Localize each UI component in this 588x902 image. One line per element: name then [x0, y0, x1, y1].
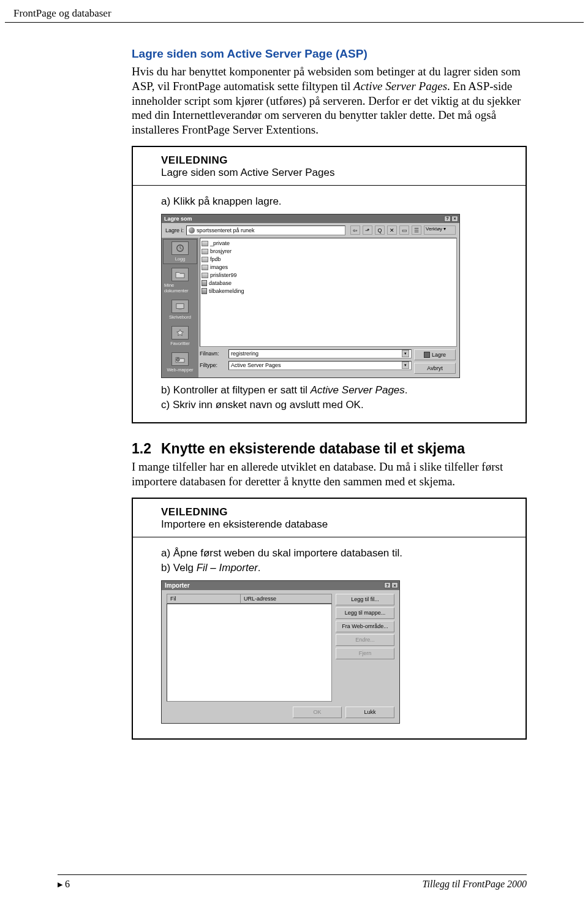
step-b-pre: b) Velg: [161, 562, 197, 574]
search-web-icon[interactable]: Q: [375, 226, 385, 235]
database-icon: [202, 288, 207, 294]
step-b-post: .: [258, 562, 261, 574]
places-webfolders[interactable]: Web-mapper: [163, 350, 197, 375]
box1-step-a: a) Klikk på knappen lagre.: [161, 195, 508, 208]
disk-icon: [424, 352, 430, 358]
col-file[interactable]: Fil: [167, 594, 241, 603]
box1-subtitle: Lagre siden som Active Server Pages: [161, 167, 508, 179]
section-title: Knytte en eksisterende database til et s…: [161, 441, 465, 458]
places-desktop-label: Skrivebord: [169, 314, 191, 320]
import-dialog: Importer ? × Fil URL-: [161, 580, 400, 724]
file-item[interactable]: brosjyrer: [202, 248, 455, 256]
import-list-header: Fil URL-adresse: [167, 594, 332, 604]
svg-rect-1: [176, 303, 184, 308]
folder-icon: [202, 265, 208, 270]
page-footer: ▶ 6 Tillegg til FrontPage 2000: [0, 874, 588, 890]
close-icon[interactable]: ×: [391, 582, 398, 588]
folder-icon: [172, 268, 189, 281]
import-file-list[interactable]: [167, 604, 332, 702]
save-button-label: Lagre: [432, 352, 446, 358]
filetype-dropdown[interactable]: Active Server Pages ▾: [228, 361, 412, 370]
places-webfolders-label: Web-mapper: [167, 367, 193, 373]
section-1-2-para: I mange tilfeller har en allerede utvikl…: [132, 460, 527, 489]
database-icon: [202, 280, 207, 286]
page-number: 6: [65, 879, 70, 890]
box1-step-b: b) Kontroller at filtypen er satt til Ac…: [161, 384, 508, 396]
help-icon[interactable]: ?: [384, 582, 391, 588]
file-name: fpdb: [210, 256, 221, 262]
folder-icon: [202, 273, 208, 278]
asp-paragraph: Hvis du har benyttet komponenter på webs…: [132, 64, 527, 137]
file-list[interactable]: _private brosjyrer fpdb images prisliste…: [200, 238, 457, 347]
save-in-value: sportssenteret på runek: [197, 227, 255, 233]
globe-icon: [189, 227, 195, 233]
file-item[interactable]: fpdb: [202, 256, 455, 263]
dialog-title: Importer: [165, 582, 190, 589]
places-desktop[interactable]: Skrivebord: [163, 297, 197, 322]
filename-input[interactable]: registrering ▾: [228, 349, 412, 358]
from-web-button[interactable]: Fra Web-område...: [336, 621, 394, 632]
box1-label: VEILEDNING: [161, 154, 508, 167]
file-name: brosjyrer: [210, 248, 232, 254]
svg-rect-2: [178, 308, 181, 309]
cancel-button[interactable]: Avbryt: [414, 363, 456, 374]
change-button: Endre...: [336, 634, 394, 646]
file-name: _private: [210, 240, 230, 246]
folder-icon: [202, 241, 208, 246]
new-folder-icon[interactable]: ▭: [399, 226, 409, 235]
file-name: prislister99: [210, 272, 237, 278]
places-favorites-label: Favoritter: [170, 341, 190, 346]
step-b-pre: b) Kontroller at filtypen er satt til: [161, 384, 311, 396]
places-mydocs-label: Mine dokumenter: [164, 282, 196, 294]
file-name: images: [210, 264, 228, 270]
filetype-value: Active Server Pages: [231, 362, 281, 368]
box2-label: VEILEDNING: [161, 506, 508, 518]
col-url[interactable]: URL-adresse: [241, 594, 331, 603]
step-b-italic: Active Server Pages: [311, 384, 405, 396]
up-folder-icon[interactable]: ⬏: [363, 226, 372, 235]
views-icon[interactable]: ☰: [412, 226, 421, 235]
webfolder-icon: [172, 352, 189, 366]
box2-step-b: b) Velg Fil – Importer.: [161, 562, 508, 574]
filetype-label: Filtype:: [200, 362, 225, 368]
delete-icon[interactable]: ✕: [387, 226, 397, 235]
file-item[interactable]: prislister99: [202, 271, 455, 279]
box2-step-a: a) Åpne først weben du skal importere da…: [161, 547, 508, 559]
filename-label: Filnavn:: [200, 351, 225, 357]
add-file-button[interactable]: Legg til fil...: [336, 594, 394, 605]
remove-button: Fjern: [336, 648, 394, 659]
section-number: 1.2: [132, 441, 151, 457]
footer-right-text: Tillegg til FrontPage 2000: [422, 879, 527, 890]
tools-dropdown[interactable]: Verktøy ▾: [424, 226, 456, 235]
chevron-down-icon[interactable]: ▾: [402, 362, 409, 369]
file-name: database: [209, 280, 232, 286]
add-folder-button[interactable]: Legg til mappe...: [336, 607, 394, 619]
dialog-title: Lagre som: [164, 216, 192, 222]
help-icon[interactable]: ?: [444, 216, 451, 222]
veiledning-box-import: VEILEDNING Importere en eksisterende dat…: [132, 498, 527, 740]
places-bar: Logg Mine dokumenter Skrivebord: [162, 238, 198, 377]
file-item[interactable]: _private: [202, 240, 455, 248]
history-icon: [172, 241, 189, 255]
places-mydocs[interactable]: Mine dokumenter: [163, 265, 197, 296]
svg-point-3: [176, 358, 179, 361]
ok-button: OK: [293, 707, 342, 718]
close-button[interactable]: Lukk: [345, 707, 394, 718]
save-in-dropdown[interactable]: sportssenteret på runek: [186, 226, 345, 235]
file-item[interactable]: database: [202, 279, 455, 287]
places-history[interactable]: Logg: [163, 239, 197, 264]
places-favorites[interactable]: Favoritter: [163, 324, 197, 349]
step-b-post: .: [405, 384, 408, 396]
back-icon[interactable]: ⇦: [350, 226, 360, 235]
file-item[interactable]: images: [202, 263, 455, 271]
cancel-button-label: Avbryt: [427, 365, 442, 371]
page-running-header: FrontPage og databaser: [5, 0, 584, 23]
veiledning-box-save: VEILEDNING Lagre siden som Active Server…: [132, 146, 527, 423]
chevron-down-icon[interactable]: ▾: [402, 350, 409, 357]
file-item[interactable]: tilbakemelding: [202, 287, 455, 295]
section-1-2-heading: 1.2 Knytte en eksisterende database til …: [132, 441, 527, 458]
close-icon[interactable]: ×: [451, 216, 458, 222]
triangle-icon: ▶: [58, 881, 62, 889]
save-as-dialog: Lagre som ? × Lagre i: sportssenteret på…: [161, 214, 460, 378]
save-button[interactable]: Lagre: [414, 349, 456, 360]
